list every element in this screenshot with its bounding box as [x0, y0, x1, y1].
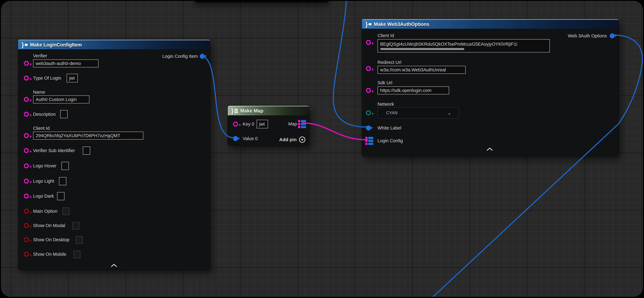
add-pin-plus-icon: +: [299, 136, 305, 143]
pin-label-login-config: Login Config: [378, 138, 403, 144]
node-make-web3authoptions[interactable]: } Make Web3AuthOptions Web 3Auth Options…: [362, 19, 618, 156]
output-pin-web3auth-options[interactable]: [610, 33, 615, 38]
network-dropdown[interactable]: CYAN ⌄: [378, 107, 459, 118]
verifier-input[interactable]: web3auth-auth0-demo: [33, 60, 98, 68]
node-title: Make Map: [240, 108, 264, 114]
pin-label-client-id: Client Id: [378, 33, 394, 38]
collapse-chevron-icon[interactable]: [486, 148, 493, 151]
redirect-url-input[interactable]: w3a://com.w3a.Web3AuthUnreal: [378, 66, 466, 74]
pin-label-main-option: Main Option: [33, 208, 57, 214]
pin-description[interactable]: [24, 112, 29, 117]
chevron-down-icon: ⌄: [448, 110, 451, 116]
make-map-icon: }: [231, 108, 238, 114]
pin-label-sdk-url: Sdk Url: [378, 80, 392, 86]
node-header: } Make Map: [228, 106, 309, 115]
logo-light-input[interactable]: [59, 177, 66, 185]
show-on-modal-checkbox[interactable]: [72, 222, 79, 230]
pin-label-description: Description: [33, 112, 56, 117]
pin-network[interactable]: [366, 110, 371, 115]
output-pin-label: Web 3Auth Options: [568, 33, 607, 38]
pin-label-logo-hover: Logo Hover: [33, 163, 56, 168]
pin-name[interactable]: [24, 97, 29, 102]
pin-label-show-on-desktop: Show On Desktop: [33, 237, 70, 242]
sdk-url-input[interactable]: https://sdk.openlogin.com: [378, 86, 449, 94]
pin-label-white-label: White Label: [378, 125, 401, 130]
description-input[interactable]: [60, 110, 68, 118]
pin-label-client-id: Client Id: [33, 126, 50, 131]
type-of-login-input[interactable]: jwt: [66, 74, 78, 82]
offscreen-node-shadow: [195, 1, 329, 3]
pin-label-redirect-url: Redirect Url: [378, 60, 401, 65]
pin-client-id[interactable]: [24, 133, 29, 138]
pin-label-type-of-login: Type Of Login: [33, 76, 61, 81]
output-pin-login-config-item[interactable]: [200, 54, 205, 59]
client-id-input[interactable]: 294QRkchfq2YaXUbPri7D6PH7xzHgQMT: [33, 132, 144, 140]
pin-label-value-0: Value 0: [243, 136, 258, 141]
key-0-input[interactable]: jwt: [256, 120, 268, 128]
make-struct-icon: }: [22, 42, 28, 48]
client-id-input[interactable]: BEglQSgt4cUWcj6SKRdu5QkOXTsePmMcusG5EAoy…: [378, 39, 550, 52]
pin-redirect-url[interactable]: [366, 66, 371, 71]
node-header: } Make LoginConfigItem: [18, 40, 210, 49]
screenshot-frame: } Make LoginConfigItem Login Config Item…: [0, 0, 644, 298]
pin-white-label[interactable]: [366, 126, 371, 130]
pin-label-network: Network: [378, 102, 394, 107]
node-header: } Make Web3AuthOptions: [362, 19, 618, 29]
wire-top-to-whitelabel[interactable]: [334, 1, 366, 127]
pin-label-show-on-mobile: Show On Mobile: [33, 252, 66, 257]
pin-label-logo-dark: Logo Dark: [33, 194, 54, 199]
output-pin-label: Login Config Item: [162, 54, 198, 59]
pin-logo-dark[interactable]: [24, 194, 29, 198]
add-pin-button[interactable]: Add pin +: [279, 136, 305, 143]
collapse-chevron-icon[interactable]: [111, 264, 117, 267]
show-on-desktop-checkbox[interactable]: [76, 236, 83, 244]
pin-logo-hover[interactable]: [24, 163, 29, 168]
output-pin-label-map: Map: [288, 121, 297, 126]
wire-map-to-loginconfig[interactable]: [302, 123, 368, 140]
pin-sdk-url[interactable]: [366, 88, 371, 93]
pin-label-key-0: Key 0: [243, 122, 254, 127]
pin-type-of-login[interactable]: [24, 76, 29, 80]
node-make-map[interactable]: } Make Map Key 0 jwt Map Value 0 Add pin…: [228, 106, 309, 146]
pin-client-id[interactable]: [366, 40, 371, 45]
pin-logo-light[interactable]: [24, 178, 29, 184]
logo-hover-input[interactable]: [62, 162, 69, 170]
pin-show-on-desktop[interactable]: [24, 237, 29, 242]
client-id-hscrollbar[interactable]: [380, 48, 464, 50]
node-title: Make LoginConfigItem: [30, 42, 82, 48]
show-on-mobile-checkbox[interactable]: [74, 250, 80, 258]
verifier-sub-identifier-input[interactable]: [83, 146, 90, 155]
pin-label-show-on-modal: Show On Modal: [33, 223, 65, 228]
pin-value-0[interactable]: [233, 136, 238, 141]
output-pin-map[interactable]: [298, 120, 306, 128]
pin-login-config[interactable]: [365, 137, 373, 145]
pin-label-verifier: Verifier: [33, 53, 47, 58]
pin-label-name: Name: [33, 90, 45, 95]
pin-label-logo-light: Logo Light: [33, 178, 54, 184]
logo-dark-input[interactable]: [57, 192, 64, 200]
pin-show-on-mobile[interactable]: [24, 252, 29, 257]
node-make-loginconfigitem[interactable]: } Make LoginConfigItem Login Config Item…: [18, 40, 210, 270]
pin-label-verifier-sub-identifier: Verifier Sub Identifier: [33, 148, 75, 153]
main-option-checkbox[interactable]: [62, 208, 70, 215]
pin-show-on-modal[interactable]: [24, 223, 29, 228]
pin-key-0[interactable]: [233, 122, 238, 126]
pin-verifier-sub-identifier[interactable]: [24, 148, 29, 153]
blueprint-graph-canvas[interactable]: } Make LoginConfigItem Login Config Item…: [1, 1, 643, 297]
node-title: Make Web3AuthOptions: [374, 22, 430, 27]
make-struct-icon: }: [365, 21, 372, 28]
pin-main-option[interactable]: [24, 209, 29, 214]
name-input[interactable]: Auth0 Custom Login: [33, 96, 90, 104]
pin-verifier[interactable]: [24, 61, 29, 66]
